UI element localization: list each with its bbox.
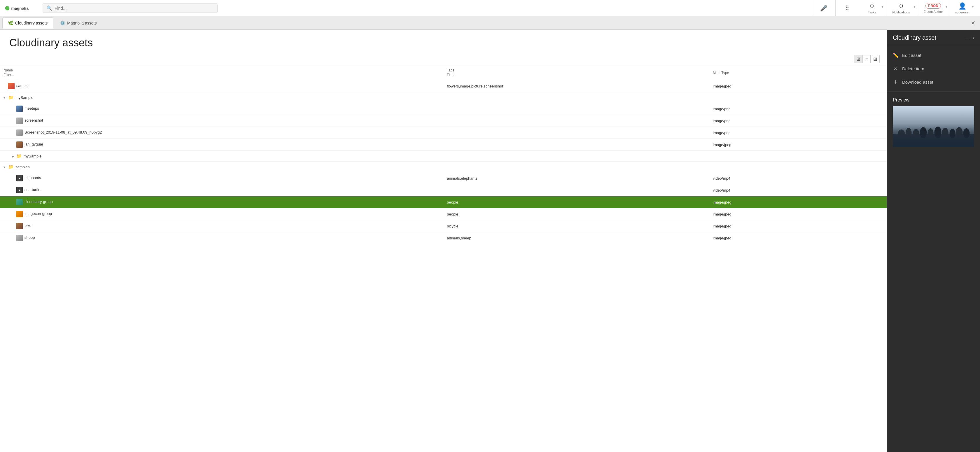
asset-name: elephants (24, 175, 41, 180)
cell-tags: people (443, 208, 710, 220)
tasks-chevron-icon: ▾ (882, 5, 883, 8)
table-row[interactable]: jan_gyguaiimage/jpeg (0, 139, 887, 151)
search-bar[interactable]: 🔍 (43, 3, 218, 13)
asset-name: screenshot (24, 118, 43, 123)
edit-icon: ✏️ (893, 53, 898, 58)
user-icon: 👤 (958, 2, 966, 10)
cell-mime: image/jpeg (710, 208, 887, 220)
cell-tags (443, 92, 710, 103)
expand-icon[interactable]: ▶ (12, 154, 15, 158)
view-list-button[interactable]: ≡ (863, 55, 870, 63)
cell-name: ▶sea-turtle (0, 184, 443, 196)
asset-name: Screenshot_2019-11-08_at_09.48.09_h0byg2 (24, 130, 102, 134)
tags-filter-input[interactable] (447, 72, 706, 78)
topbar-right: 🎤 ⠿ ▾ 0 Tasks ▾ 0 Notifications ▾ PROD E… (812, 0, 975, 16)
name-filter-input[interactable] (3, 72, 440, 78)
cell-mime: image/jpeg (710, 196, 887, 208)
cell-name: cloudinary-group (0, 196, 443, 208)
cell-mime: image/png (710, 115, 887, 127)
table-header-row: Name Tags MimeType (0, 66, 887, 80)
cell-name: jan_gyguai (0, 139, 443, 151)
expand-icon[interactable]: ▾ (3, 166, 7, 169)
tabbar: 🌿 Cloudinary assets ⚙️ Magnolia assets ✕ (0, 16, 980, 30)
search-input[interactable] (54, 6, 214, 11)
cell-name: ▶elephants (0, 172, 443, 184)
cell-mime: image/jpeg (710, 220, 887, 232)
asset-name: samples (16, 165, 29, 169)
panel-minimize-button[interactable]: — (964, 35, 969, 41)
tab-cloudinary[interactable]: 🌿 Cloudinary assets (2, 18, 53, 29)
author-label: E-com Author (923, 10, 943, 13)
table-row[interactable]: bikebicycleimage/jpeg (0, 220, 887, 232)
logo: magnolia (5, 4, 31, 12)
cell-tags (443, 103, 710, 115)
thumbnail (16, 142, 24, 146)
cell-mime: video/mp4 (710, 184, 887, 196)
assets-table: Name Tags MimeType sampleflowers,image,p (0, 66, 887, 244)
search-icon: 🔍 (46, 5, 52, 11)
preview-label: Preview (893, 97, 974, 103)
preview-crowd-overlay (893, 124, 974, 147)
table-row[interactable]: sampleflowers,image,picture,scheenshotim… (0, 80, 887, 92)
page-header: Cloudinary assets (0, 30, 887, 53)
cell-name: ▶📁mySample (0, 151, 443, 162)
view-tree-button[interactable]: ⊞ (854, 55, 863, 63)
table-row[interactable]: ▾📁mySample (0, 92, 887, 103)
tab-magnolia[interactable]: ⚙️ Magnolia assets (54, 18, 102, 29)
thumbnail (16, 118, 24, 123)
env-button[interactable]: ▾ PROD E-com Author (917, 0, 949, 16)
table-row[interactable]: cloudinary-grouppeopleimage/jpeg (0, 196, 887, 208)
asset-name: mySample (16, 95, 33, 100)
cell-tags (443, 127, 710, 139)
cell-mime: image/png (710, 127, 887, 139)
col-name-label: Name (3, 68, 440, 72)
notifications-button[interactable]: ▾ 0 Notifications (885, 0, 917, 16)
download-icon: ⬇ (893, 79, 898, 85)
cell-tags (443, 184, 710, 196)
table-row[interactable]: Screenshot_2019-11-08_at_09.48.09_h0byg2… (0, 127, 887, 139)
mic-button[interactable]: 🎤 (812, 0, 835, 16)
cell-tags (443, 139, 710, 151)
env-chevron-icon: ▾ (946, 5, 947, 8)
table-row[interactable]: ▶elephantsanimals,elephantsvideo/mp4 (0, 172, 887, 184)
download-asset-action[interactable]: ⬇ Download asset (887, 75, 980, 89)
thumbnail: ▶ (16, 175, 24, 180)
cell-name: meetups (0, 103, 443, 115)
grid-button[interactable]: ⠿ (835, 0, 859, 16)
cell-mime: image/jpeg (710, 139, 887, 151)
edit-asset-action[interactable]: ✏️ Edit asset (887, 48, 980, 62)
cell-name: sheep (0, 232, 443, 244)
svg-point-0 (5, 6, 10, 10)
table-row[interactable]: sheepanimals,sheepimage/jpeg (0, 232, 887, 244)
table-row[interactable]: ▾📁samples (0, 162, 887, 172)
preview-image (893, 106, 974, 147)
tasks-count: 0 (870, 2, 873, 10)
cell-tags: bicycle (443, 220, 710, 232)
right-panel: Cloudinary asset — › ✏️ Edit asset ✕ Del… (887, 30, 980, 452)
asset-name: bike (24, 223, 32, 228)
content-area: Cloudinary assets ⊞ ≡ ⊞ Name Tags (0, 30, 887, 452)
table-row[interactable]: screenshotimage/png (0, 115, 887, 127)
expand-icon[interactable]: ▾ (3, 96, 7, 100)
user-button[interactable]: ▾ 👤 superuser (949, 0, 975, 16)
table-row[interactable]: ▶📁mySample (0, 151, 887, 162)
view-grid-button[interactable]: ⊞ (870, 55, 880, 63)
delete-item-action[interactable]: ✕ Delete item (887, 62, 980, 75)
table-row[interactable]: imagecon-grouppeopleimage/jpeg (0, 208, 887, 220)
col-tags-label: Tags (447, 68, 706, 72)
tab-magnolia-icon: ⚙️ (60, 21, 65, 25)
asset-name: imagecon-group (24, 212, 52, 216)
panel-header: Cloudinary asset — › (887, 30, 980, 46)
col-name-header: Name (0, 66, 443, 80)
notifications-label: Notifications (892, 11, 910, 14)
cell-mime: image/jpeg (710, 232, 887, 244)
panel-expand-button[interactable]: › (973, 35, 974, 41)
cell-tags (443, 151, 710, 162)
table-row[interactable]: ▶sea-turtlevideo/mp4 (0, 184, 887, 196)
tabbar-close-button[interactable]: ✕ (969, 19, 978, 27)
asset-name: mySample (24, 154, 41, 158)
thumbnail (16, 223, 24, 228)
table-row[interactable]: meetupsimage/png (0, 103, 887, 115)
topbar: magnolia 🔍 🎤 ⠿ ▾ 0 Tasks ▾ 0 Notificatio… (0, 0, 980, 16)
tasks-button[interactable]: ▾ 0 Tasks (859, 0, 885, 16)
